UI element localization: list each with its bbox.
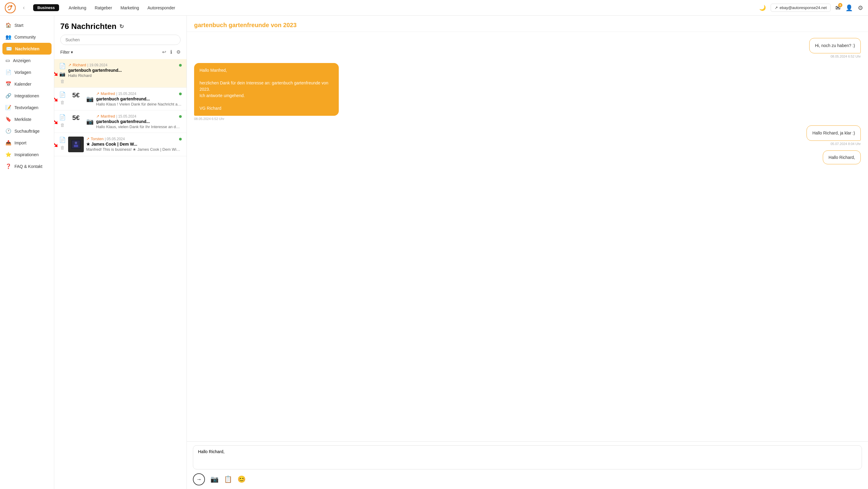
filter-bar: Filter ▾ ↩ ℹ ⚙ <box>60 48 181 56</box>
email-address: ebay@autoresponse24.net <box>780 5 827 10</box>
sidebar-item-kalender[interactable]: 📅 Kalender <box>0 78 54 90</box>
sidebar-label-community: Community <box>14 35 36 39</box>
search-watch-icon: 🕐 <box>5 128 11 134</box>
back-button[interactable]: ‹ <box>23 4 25 11</box>
document-button[interactable]: 📋 <box>224 476 232 483</box>
user-icon[interactable]: 👤 <box>845 4 853 11</box>
sidebar-label-start: Start <box>14 23 24 28</box>
pdf-icon: 📄 <box>59 63 66 69</box>
external-link-icon: ↗ <box>96 114 99 119</box>
bubble-time: 08.05.2024 6:52 Uhr <box>194 117 339 121</box>
trash-icon[interactable]: 🗑 <box>60 100 65 105</box>
sidebar-item-integrationen[interactable]: 🔗 Integrationen <box>0 90 54 101</box>
msg-subject: ★ James Cook | Dem W... <box>86 142 182 147</box>
online-dot <box>179 138 182 141</box>
message-item[interactable]: 📄 🗑 5€ 📷 ↗ Manfred | 15.05.2024 gartenbu… <box>54 88 187 110</box>
msg-left-icons: 📄 📷 🗑 <box>59 63 66 84</box>
send-button[interactable]: → <box>193 473 205 485</box>
bubble-row-outgoing: Hallo Richard, ja klar :) 05.07.2024 8:0… <box>194 125 861 146</box>
chat-bubble-outgoing: Hi, noch zu haben? :) <box>809 38 861 53</box>
msg-preview: Manfred! This is business! ★ James Cook … <box>86 147 182 152</box>
logo[interactable] <box>5 2 16 13</box>
filter-button[interactable]: Filter ▾ <box>60 50 73 55</box>
bubble-time: 08.05.2024 6:52 Uhr <box>809 55 861 58</box>
external-link-icon: ↗ <box>68 63 71 67</box>
nav-anleitung[interactable]: Anleitung <box>69 5 86 10</box>
message-item[interactable]: 📄 🗑 ↗ Torsten | 05.05.2024 <box>54 133 187 156</box>
external-link-icon: ↗ <box>96 91 99 96</box>
trash-icon[interactable]: 🗑 <box>60 145 65 150</box>
message-item[interactable]: 📄 🗑 5€ 📷 ↗ Manfred | 15.05.2024 gartenbu… <box>54 110 187 133</box>
sidebar-item-community[interactable]: 👥 Community <box>0 31 54 43</box>
msg-date: | 19.09.2024 <box>87 63 107 67</box>
plan-badge: Business <box>33 4 59 11</box>
svg-rect-5 <box>74 145 78 147</box>
chat-textarea[interactable] <box>193 445 862 469</box>
sidebar-label-merkliste: Merkliste <box>14 117 31 122</box>
chevron-down-icon: ▾ <box>71 50 73 55</box>
msg-subject: gartenbuch gartenfreund... <box>68 68 182 73</box>
msg-left-icons: 📄 🗑 <box>59 114 66 127</box>
notif-badge: 0 <box>838 3 842 7</box>
camera-button[interactable]: 📷 <box>210 476 218 483</box>
info-icon[interactable]: ℹ <box>170 49 172 55</box>
sidebar-item-start[interactable]: 🏠 Start <box>0 19 54 31</box>
filter-actions: ↩ ℹ ⚙ <box>162 49 181 55</box>
search-bar <box>60 35 181 45</box>
pdf-icon: 📄 <box>59 91 66 98</box>
sender-name: Manfred <box>101 114 115 119</box>
sidebar-item-merkliste[interactable]: 🔖 Merkliste <box>0 113 54 125</box>
nav-marketing[interactable]: Marketing <box>121 5 139 10</box>
sender-name: Richard <box>73 63 86 67</box>
chat-bubble-outgoing: Hallo Richard, ja klar :) <box>807 125 861 141</box>
sidebar-item-import[interactable]: 📥 Import <box>0 137 54 149</box>
pdf-icon: 📄 <box>59 114 66 121</box>
bookmark-icon: 🔖 <box>5 116 11 122</box>
settings-filter-icon[interactable]: ⚙ <box>176 49 181 55</box>
nav-ratgeber[interactable]: Ratgeber <box>95 5 112 10</box>
trash-icon[interactable]: 🗑 <box>60 122 65 127</box>
svg-point-1 <box>10 5 12 7</box>
dark-mode-icon[interactable]: 🌙 <box>759 4 766 11</box>
listings-icon: ▭ <box>5 58 10 63</box>
sidebar-label-faq: FAQ & Kontakt <box>14 164 42 169</box>
settings-icon[interactable]: ⚙ <box>858 4 863 11</box>
camera-placeholder-icon: 📷 <box>59 71 65 77</box>
nav-autoresponder[interactable]: Autoresponder <box>147 5 175 10</box>
external-link-icon: ↗ <box>775 5 778 10</box>
main-layout: 🏠 Start 👥 Community ✉️ Nachrichten ▭ Anz… <box>0 16 868 489</box>
community-icon: 👥 <box>5 34 11 40</box>
msg-content: ↗ Torsten | 05.05.2024 ★ James Cook | De… <box>86 136 182 152</box>
sidebar-item-anzeigen[interactable]: ▭ Anzeigen <box>0 55 54 66</box>
messages-icon: ✉️ <box>6 46 12 52</box>
sidebar-label-vorlagen: Vorlagen <box>14 70 31 75</box>
sidebar-item-vorlagen[interactable]: 📄 Vorlagen <box>0 66 54 78</box>
integrations-icon: 🔗 <box>5 93 11 99</box>
undo-icon[interactable]: ↩ <box>162 49 166 55</box>
messages-title: 76 Nachrichten ↻ <box>60 22 181 31</box>
sidebar-item-suchauftrage[interactable]: 🕐 Suchaufträge <box>0 125 54 137</box>
sidebar-item-textvorlagen[interactable]: 📝 Textvorlagen <box>0 101 54 113</box>
search-input[interactable] <box>60 35 181 45</box>
arrow-indicator: ➘ <box>54 95 59 104</box>
trash-icon[interactable]: 🗑 <box>60 79 65 84</box>
msg-sender: ↗ Manfred | 15.05.2024 <box>96 91 182 96</box>
sidebar-item-faq[interactable]: ❓ FAQ & Kontakt <box>0 160 54 172</box>
sidebar-item-inspirationen[interactable]: ⭐ Inspirationen <box>0 149 54 160</box>
msg-content: ↗ Manfred | 15.05.2024 gartenbuch garten… <box>96 91 182 106</box>
online-dot <box>179 115 182 118</box>
sidebar-label-nachrichten: Nachrichten <box>15 47 39 51</box>
svg-point-0 <box>5 3 16 13</box>
email-button[interactable]: ↗ ebay@autoresponse24.net <box>771 4 831 12</box>
emoji-button[interactable]: 😊 <box>238 476 246 483</box>
bubble-row-incoming: Hallo Manfred, herzlichen Dank für dein … <box>194 63 861 121</box>
sidebar-label-textvorlagen: Textvorlagen <box>14 105 38 110</box>
msg-content: ↗ Manfred | 15.05.2024 gartenbuch garten… <box>96 114 182 129</box>
sender-name: Torsten <box>91 136 104 141</box>
sidebar-item-nachrichten[interactable]: ✉️ Nachrichten <box>2 43 52 55</box>
notifications-button[interactable]: ✉ 0 <box>835 4 841 11</box>
bubble-row-outgoing: Hi, noch zu haben? :) 08.05.2024 6:52 Uh… <box>194 38 861 58</box>
chat-bubble-incoming: Hallo Manfred, herzlichen Dank für dein … <box>194 63 339 116</box>
refresh-icon[interactable]: ↻ <box>119 23 124 30</box>
message-item[interactable]: 📄 📷 🗑 ↗ Richard | 19.09.2024 gartenbuch … <box>54 59 187 88</box>
